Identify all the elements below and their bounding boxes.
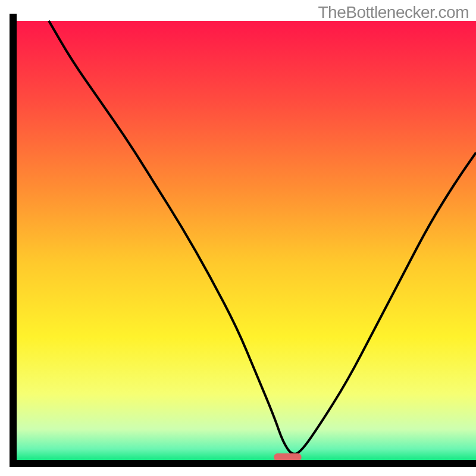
plot-background [17, 21, 476, 460]
chart-frame-bottom [10, 460, 476, 467]
chart-svg [0, 0, 476, 476]
bottleneck-chart [0, 0, 476, 476]
chart-frame-left [10, 14, 17, 467]
